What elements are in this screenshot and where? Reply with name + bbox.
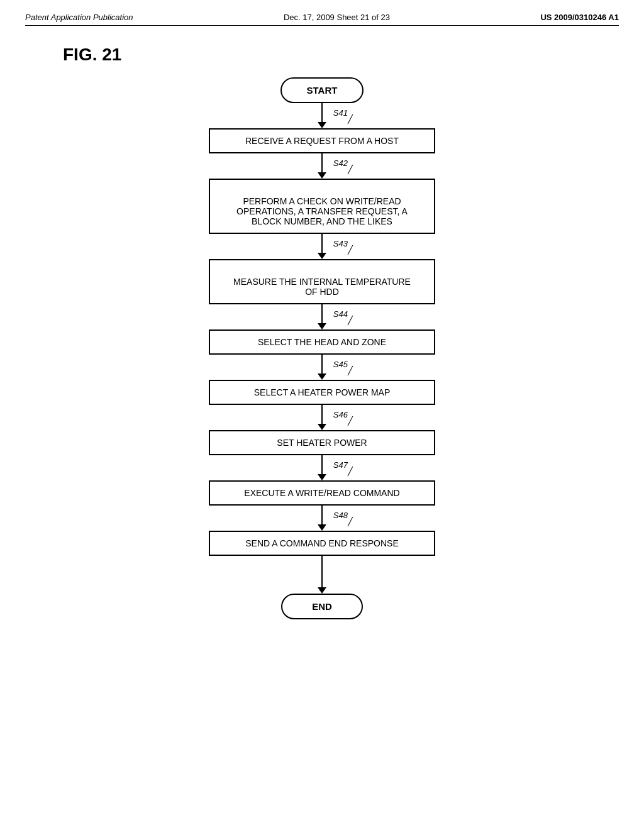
start-terminal: START <box>280 77 364 103</box>
step-s45-box: SELECT A HEATER POWER MAP <box>209 380 435 405</box>
step-s46-box: SET HEATER POWER <box>209 430 435 455</box>
figure-label: FIG. 21 <box>63 45 619 65</box>
end-terminal: END <box>281 594 363 619</box>
step-s41-box: RECEIVE A REQUEST FROM A HOST <box>209 128 435 153</box>
page: Patent Application Publication Dec. 17, … <box>0 0 644 830</box>
step-s48-box: SEND A COMMAND END RESPONSE <box>209 531 435 556</box>
flowchart: START S41 ╱ RECEIVE A REQUEST FROM A HOS… <box>25 77 619 619</box>
header-left: Patent Application Publication <box>25 13 133 22</box>
header-right: US 2009/0310246 A1 <box>540 13 619 22</box>
step-s47-box: EXECUTE A WRITE/READ COMMAND <box>209 480 435 506</box>
header: Patent Application Publication Dec. 17, … <box>25 13 619 26</box>
step-s42-box: PERFORM A CHECK ON WRITE/READ OPERATIONS… <box>209 179 435 234</box>
header-center: Dec. 17, 2009 Sheet 21 of 23 <box>284 13 390 22</box>
step-s43-box: MEASURE THE INTERNAL TEMPERATURE OF HDD <box>209 259 435 304</box>
step-s44-box: SELECT THE HEAD AND ZONE <box>209 329 435 355</box>
